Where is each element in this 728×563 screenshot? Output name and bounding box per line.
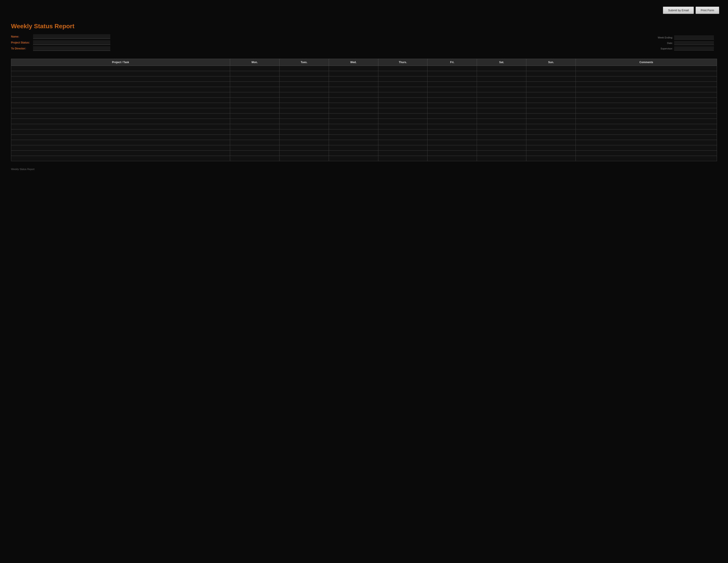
fri-cell-input[interactable] (428, 103, 477, 108)
project-task-cell-input[interactable] (11, 76, 230, 81)
sat-cell-input[interactable] (477, 108, 526, 113)
tues-cell-input[interactable] (280, 71, 329, 76)
tues-cell-input[interactable] (280, 124, 329, 129)
sun-cell-input[interactable] (526, 150, 576, 156)
mon-cell-input[interactable] (230, 76, 279, 81)
sun-cell-input[interactable] (526, 140, 576, 145)
project-task-cell-input[interactable] (11, 71, 230, 76)
fri-cell-input[interactable] (428, 98, 477, 103)
comments-cell-input[interactable] (576, 76, 717, 81)
sun-cell-input[interactable] (526, 145, 576, 150)
fri-cell-input[interactable] (428, 82, 477, 87)
sat-cell-input[interactable] (477, 145, 526, 150)
project-task-cell-input[interactable] (11, 156, 230, 161)
sat-cell-input[interactable] (477, 129, 526, 134)
week-ending-input[interactable] (674, 35, 714, 39)
sun-cell-input[interactable] (526, 103, 576, 108)
mon-cell-input[interactable] (230, 145, 279, 150)
fri-cell-input[interactable] (428, 124, 477, 129)
thurs-cell-input[interactable] (378, 103, 428, 108)
mon-cell-input[interactable] (230, 113, 279, 118)
comments-cell-input[interactable] (576, 150, 717, 156)
fri-cell-input[interactable] (428, 87, 477, 92)
project-task-cell-input[interactable] (11, 145, 230, 150)
project-task-cell-input[interactable] (11, 103, 230, 108)
mon-cell-input[interactable] (230, 103, 279, 108)
tues-cell-input[interactable] (280, 119, 329, 124)
to-director-input[interactable] (33, 46, 110, 51)
tues-cell-input[interactable] (280, 103, 329, 108)
wed-cell-input[interactable] (329, 135, 378, 140)
sun-cell-input[interactable] (526, 82, 576, 87)
mon-cell-input[interactable] (230, 71, 279, 76)
tues-cell-input[interactable] (280, 108, 329, 113)
mon-cell-input[interactable] (230, 129, 279, 134)
mon-cell-input[interactable] (230, 156, 279, 161)
sun-cell-input[interactable] (526, 113, 576, 118)
tues-cell-input[interactable] (280, 82, 329, 87)
fri-cell-input[interactable] (428, 113, 477, 118)
comments-cell-input[interactable] (576, 87, 717, 92)
name-input[interactable] (33, 34, 110, 39)
mon-cell-input[interactable] (230, 98, 279, 103)
sat-cell-input[interactable] (477, 76, 526, 81)
wed-cell-input[interactable] (329, 119, 378, 124)
fri-cell-input[interactable] (428, 145, 477, 150)
tues-cell-input[interactable] (280, 113, 329, 118)
sun-cell-input[interactable] (526, 76, 576, 81)
fri-cell-input[interactable] (428, 150, 477, 156)
tues-cell-input[interactable] (280, 87, 329, 92)
comments-cell-input[interactable] (576, 71, 717, 76)
comments-cell-input[interactable] (576, 108, 717, 113)
mon-cell-input[interactable] (230, 124, 279, 129)
fri-cell-input[interactable] (428, 129, 477, 134)
wed-cell-input[interactable] (329, 150, 378, 156)
thurs-cell-input[interactable] (378, 145, 428, 150)
mon-cell-input[interactable] (230, 92, 279, 97)
fri-cell-input[interactable] (428, 156, 477, 161)
comments-cell-input[interactable] (576, 135, 717, 140)
thurs-cell-input[interactable] (378, 124, 428, 129)
sun-cell-input[interactable] (526, 156, 576, 161)
project-status-input[interactable] (33, 40, 110, 45)
tues-cell-input[interactable] (280, 156, 329, 161)
wed-cell-input[interactable] (329, 145, 378, 150)
thurs-cell-input[interactable] (378, 76, 428, 81)
mon-cell-input[interactable] (230, 135, 279, 140)
sat-cell-input[interactable] (477, 87, 526, 92)
tues-cell-input[interactable] (280, 98, 329, 103)
thurs-cell-input[interactable] (378, 113, 428, 118)
sat-cell-input[interactable] (477, 98, 526, 103)
thurs-cell-input[interactable] (378, 92, 428, 97)
wed-cell-input[interactable] (329, 113, 378, 118)
tues-cell-input[interactable] (280, 92, 329, 97)
sat-cell-input[interactable] (477, 92, 526, 97)
comments-cell-input[interactable] (576, 156, 717, 161)
mon-cell-input[interactable] (230, 82, 279, 87)
sun-cell-input[interactable] (526, 98, 576, 103)
fri-cell-input[interactable] (428, 135, 477, 140)
tues-cell-input[interactable] (280, 150, 329, 156)
project-task-cell-input[interactable] (11, 82, 230, 87)
date-input[interactable] (674, 41, 714, 45)
mon-cell-input[interactable] (230, 66, 279, 71)
project-task-cell-input[interactable] (11, 119, 230, 124)
comments-cell-input[interactable] (576, 82, 717, 87)
project-task-cell-input[interactable] (11, 150, 230, 156)
sun-cell-input[interactable] (526, 119, 576, 124)
mon-cell-input[interactable] (230, 87, 279, 92)
mon-cell-input[interactable] (230, 140, 279, 145)
project-task-cell-input[interactable] (11, 129, 230, 134)
sat-cell-input[interactable] (477, 82, 526, 87)
thurs-cell-input[interactable] (378, 66, 428, 71)
sat-cell-input[interactable] (477, 135, 526, 140)
wed-cell-input[interactable] (329, 82, 378, 87)
project-task-cell-input[interactable] (11, 87, 230, 92)
comments-cell-input[interactable] (576, 98, 717, 103)
comments-cell-input[interactable] (576, 129, 717, 134)
wed-cell-input[interactable] (329, 87, 378, 92)
comments-cell-input[interactable] (576, 140, 717, 145)
sat-cell-input[interactable] (477, 103, 526, 108)
project-task-cell-input[interactable] (11, 92, 230, 97)
thurs-cell-input[interactable] (378, 140, 428, 145)
